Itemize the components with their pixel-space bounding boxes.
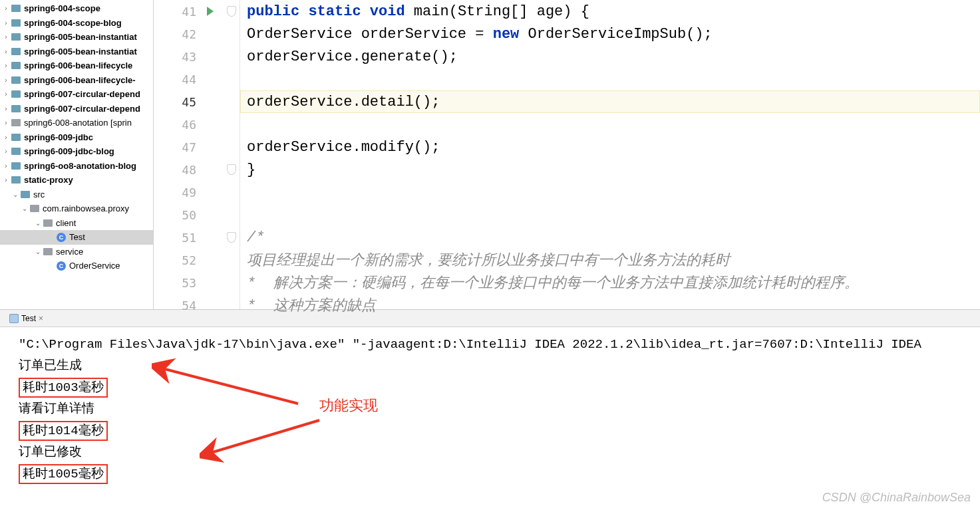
chevron-down-icon: ⌄ bbox=[35, 219, 41, 227]
gutter-line[interactable]: 50 bbox=[154, 203, 240, 226]
tree-item[interactable]: ›spring6-005-bean-instantiat bbox=[0, 30, 153, 45]
method-shield-icon bbox=[227, 6, 236, 17]
gutter-line[interactable]: 51 bbox=[154, 226, 240, 249]
folder-icon bbox=[11, 118, 21, 128]
gutter-line[interactable]: 43 bbox=[154, 45, 240, 68]
tree-item[interactable]: ⌄src bbox=[0, 188, 153, 202]
tree-item[interactable]: ›spring6-004-scope bbox=[0, 1, 153, 16]
tree-item-label: spring6-009-jdbc bbox=[24, 132, 93, 142]
code-token: (); bbox=[431, 49, 458, 65]
code-line[interactable] bbox=[240, 203, 980, 226]
tree-item[interactable]: ›spring6-009-jdbc bbox=[0, 130, 153, 145]
code-token: orderService bbox=[247, 49, 352, 65]
code-line[interactable]: } bbox=[240, 158, 980, 181]
chevron-down-icon: ⌄ bbox=[35, 248, 41, 255]
code-token: new bbox=[493, 26, 528, 43]
code-line[interactable]: * 解决方案一：硬编码，在每一个业务接口中的每一个业务方法中直接添加统计耗时的程… bbox=[240, 271, 980, 294]
tree-item[interactable]: ›spring6-006-bean-lifecycle- bbox=[0, 73, 153, 88]
folder-icon bbox=[11, 17, 21, 28]
tree-item-label: client bbox=[56, 218, 76, 228]
folder-icon bbox=[11, 46, 21, 57]
gutter-line[interactable]: 41 bbox=[154, 0, 240, 23]
code-line[interactable] bbox=[240, 68, 980, 90]
code-line[interactable]: OrderService orderService = new OrderSer… bbox=[240, 23, 980, 45]
tree-item[interactable]: ⌄client bbox=[0, 216, 153, 231]
tree-item-label: spring6-006-bean-lifecycle- bbox=[24, 75, 136, 85]
gutter-line[interactable]: 48 bbox=[154, 158, 240, 181]
console-line: 耗时1014毫秒 bbox=[19, 420, 964, 442]
main-area: ›spring6-004-scope›spring6-004-scope-blo… bbox=[0, 0, 980, 309]
gutter-line[interactable]: 49 bbox=[154, 181, 240, 203]
code-token: (); bbox=[414, 139, 440, 156]
code-token: OrderService bbox=[247, 26, 361, 43]
svg-line-1 bbox=[213, 420, 319, 452]
class-icon: C bbox=[56, 232, 67, 243]
tree-item[interactable]: ›spring6-007-circular-depend bbox=[0, 87, 153, 102]
tree-item[interactable]: ›spring6-oo8-anotation-blog bbox=[0, 159, 153, 174]
console-line: 耗时1005毫秒 bbox=[19, 463, 964, 485]
code-token: ( bbox=[449, 3, 458, 20]
tree-item[interactable]: ›spring6-005-bean-instantiat bbox=[0, 45, 153, 59]
method-shield-icon bbox=[227, 164, 236, 175]
tree-item[interactable]: ›spring6-007-circular-depend bbox=[0, 102, 153, 116]
code-line[interactable]: orderService.generate(); bbox=[240, 45, 980, 68]
tree-item[interactable]: COrderService bbox=[0, 259, 153, 273]
project-tree[interactable]: ›spring6-004-scope›spring6-004-scope-blo… bbox=[0, 0, 154, 309]
chevron-down-icon: ⌄ bbox=[12, 191, 19, 198]
code-editor[interactable]: 4142434445464748495051525354 public stat… bbox=[154, 0, 980, 309]
svg-line-0 bbox=[165, 369, 298, 404]
highlighted-output: 耗时1005毫秒 bbox=[19, 464, 108, 484]
gutter-line[interactable]: 53 bbox=[154, 271, 240, 294]
tree-item-label: spring6-009-jdbc-blog bbox=[24, 146, 114, 156]
folder-icon bbox=[11, 160, 21, 171]
code-line[interactable]: orderService.detail(); bbox=[240, 90, 980, 113]
tree-item-label: spring6-008-anotation [sprin bbox=[24, 118, 132, 128]
gutter-line[interactable]: 45 bbox=[154, 90, 240, 113]
code-line[interactable]: /* bbox=[240, 226, 980, 249]
folder-icon bbox=[11, 74, 21, 85]
chevron-right-icon: › bbox=[3, 48, 9, 55]
annotation-arrow-icon bbox=[200, 414, 333, 467]
folder-icon bbox=[11, 132, 21, 142]
folder-icon bbox=[11, 103, 21, 114]
folder-icon bbox=[20, 189, 31, 199]
gutter-line[interactable]: 46 bbox=[154, 113, 240, 136]
run-tab[interactable]: Test × bbox=[4, 313, 49, 324]
gutter-line[interactable]: 47 bbox=[154, 136, 240, 158]
folder-icon bbox=[11, 32, 21, 43]
tree-item[interactable]: ›spring6-004-scope-blog bbox=[0, 16, 153, 31]
code-token: detail bbox=[361, 94, 414, 110]
code-line[interactable] bbox=[240, 181, 980, 203]
gutter-line[interactable]: 54 bbox=[154, 294, 240, 317]
code-token: * 这种方案的缺点 bbox=[247, 295, 376, 315]
tree-item-label: spring6-004-scope bbox=[24, 3, 100, 13]
gutter-line[interactable]: 42 bbox=[154, 23, 240, 45]
folder-icon bbox=[11, 3, 21, 14]
tree-item[interactable]: ›static-proxy bbox=[0, 173, 153, 188]
tree-item[interactable]: CTest bbox=[0, 230, 153, 245]
tree-item[interactable]: ⌄service bbox=[0, 245, 153, 259]
chevron-down-icon: ⌄ bbox=[21, 205, 28, 212]
console-output[interactable]: "C:\Program Files\Java\jdk-17\bin\java.e… bbox=[0, 327, 980, 512]
tree-item[interactable]: ⌄com.rainbowsea.proxy bbox=[0, 201, 153, 216]
code-token: age bbox=[537, 3, 564, 20]
tree-item-label: spring6-oo8-anotation-blog bbox=[24, 161, 136, 171]
code-line[interactable]: * 这种方案的缺点 bbox=[240, 294, 980, 317]
tree-item[interactable]: ›spring6-006-bean-lifecycle bbox=[0, 59, 153, 73]
run-gutter-icon[interactable] bbox=[207, 7, 214, 16]
code-line[interactable]: orderService.modify(); bbox=[240, 136, 980, 158]
method-shield-icon bbox=[227, 232, 236, 243]
folder-icon bbox=[11, 61, 21, 71]
gutter-line[interactable]: 44 bbox=[154, 68, 240, 90]
code-line[interactable]: public static void main(String[] age) { bbox=[240, 0, 980, 23]
tree-item-label: spring6-006-bean-lifecycle bbox=[24, 61, 132, 70]
gutter-line[interactable]: 52 bbox=[154, 249, 240, 271]
tree-item[interactable]: ›spring6-008-anotation [sprin bbox=[0, 116, 153, 130]
tree-item[interactable]: ›spring6-009-jdbc-blog bbox=[0, 144, 153, 159]
code-token: orderService bbox=[247, 139, 352, 156]
code-line[interactable]: 项目经理提出一个新的需求，要统计所以业务接口中有一个业务方法的耗时 bbox=[240, 249, 980, 271]
chevron-right-icon: › bbox=[3, 105, 9, 112]
close-icon[interactable]: × bbox=[39, 314, 43, 323]
code-area[interactable]: public static void main(String[] age) { … bbox=[240, 0, 980, 309]
code-line[interactable] bbox=[240, 113, 980, 136]
